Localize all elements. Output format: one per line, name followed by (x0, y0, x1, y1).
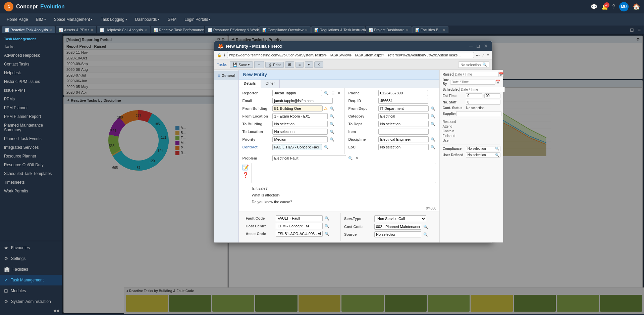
discipline-input[interactable] (378, 136, 429, 142)
compliance-select[interactable]: No selection 🔍 (466, 146, 500, 151)
sidebar-item-work-permits[interactable]: Work Permits (0, 187, 62, 195)
contract-input[interactable] (272, 144, 322, 150)
from-location-search-btn[interactable]: 🔍 (329, 114, 335, 119)
tab-reactive-analysis[interactable]: 📊 Reactive Task Analysis ✕ (2, 26, 55, 33)
cost-centre-input[interactable] (276, 223, 323, 229)
tabs-menu-icon[interactable]: ≡ (637, 27, 642, 33)
cost-code-input[interactable] (374, 224, 421, 230)
sidebar-item-issue-ppms[interactable]: Issue PPMs (0, 86, 62, 95)
nav-space[interactable]: Space Management▾ (51, 16, 96, 23)
filter-icon[interactable]: ⊟ (629, 27, 635, 33)
sidebar-item-ppms[interactable]: PPMs (0, 95, 62, 103)
url-more-icon[interactable]: ••• (476, 53, 480, 57)
sidebar-item-scheduled-templates[interactable]: Scheduled Task Templates (0, 169, 62, 178)
tab-close-8[interactable]: ✕ (443, 28, 445, 32)
sidebar-item-planned-events[interactable]: Planned Task Events (0, 134, 62, 143)
to-dept-input[interactable] (378, 121, 429, 127)
tab-reactive-perf[interactable]: 📊 Reactive Task Performance ✕ (151, 26, 204, 33)
fault-code-search-btn[interactable]: 🔍 (324, 216, 330, 221)
no-staff-input[interactable] (466, 100, 500, 105)
sidebar-system-admin[interactable]: ⚙ System Administration (0, 296, 62, 307)
scheduled-input[interactable] (460, 87, 505, 92)
req-id-input[interactable] (378, 98, 428, 104)
category-input[interactable] (378, 113, 429, 119)
tab-close-0[interactable]: ✕ (49, 28, 52, 32)
tab-compliance[interactable]: 📊 Compliance Overview ✕ (259, 26, 311, 33)
list-view-btn[interactable]: ≡ (296, 62, 304, 68)
sidebar-item-contact-tasks[interactable]: Contact Tasks (0, 60, 62, 69)
sidebar-settings[interactable]: ⚙ Settings (0, 253, 62, 264)
sidebar-item-resource-planner[interactable]: Resource Planner (0, 152, 62, 161)
fault-code-input[interactable] (276, 215, 323, 221)
tab-assets[interactable]: 📊 Assets & PPMs ✕ (56, 26, 97, 33)
source-search-btn[interactable]: 🔍 (423, 232, 429, 237)
sidebar-collapse-btn[interactable]: ◀◀ (0, 307, 62, 314)
contract-label[interactable]: Contract (242, 145, 272, 149)
contract-search-btn[interactable]: 🔍 (323, 145, 329, 150)
tab-project[interactable]: 📊 Project Dashboard ✕ (366, 26, 412, 33)
cost-code-search-btn[interactable]: 🔍 (423, 224, 429, 229)
modal-tab-other[interactable]: Other (261, 80, 280, 88)
tab-close-1[interactable]: ✕ (91, 28, 93, 32)
category-search-btn[interactable]: 🔍 (430, 114, 436, 119)
compliance-search-icon[interactable]: 🔍 (495, 147, 499, 150)
discipline-search-btn[interactable]: 🔍 (430, 137, 436, 142)
sidebar-item-integrated[interactable]: Integrated Services (0, 143, 62, 152)
menu-icon[interactable]: ≡ (487, 53, 489, 57)
loc-search-btn[interactable]: 🔍 (430, 145, 436, 150)
reporter-input[interactable] (272, 90, 322, 96)
problem-textarea[interactable] (252, 163, 436, 183)
item-input[interactable] (378, 129, 429, 135)
reporter-search-btn[interactable]: 🔍 (323, 91, 329, 96)
priority-input[interactable] (272, 136, 328, 142)
sidebar-item-helpdesk[interactable]: Helpdesk (0, 69, 62, 77)
sidebar-modules[interactable]: ⊞ Modules (0, 285, 62, 296)
view-more-btn[interactable]: ▾ (305, 61, 313, 68)
problem-input[interactable] (272, 155, 346, 161)
user-defined-select[interactable]: No selection 🔍 (466, 152, 500, 158)
reporter-list-btn[interactable]: ☰ (331, 91, 335, 96)
raised-cal-icon[interactable]: 📅 (499, 72, 504, 77)
sidebar-facilities[interactable]: 🏢 Facilities (0, 264, 62, 275)
nav-login[interactable]: Login Portals▾ (181, 16, 214, 23)
from-dept-input[interactable] (378, 105, 429, 111)
asset-code-input[interactable] (276, 231, 323, 237)
modal-tab-details[interactable]: Details (239, 80, 261, 88)
source-input[interactable] (374, 231, 421, 237)
search-icon[interactable]: 🔍 (482, 62, 487, 67)
from-dept-search-btn[interactable]: 🔍 (430, 106, 436, 111)
nav-home[interactable]: Home Page (3, 16, 31, 23)
sidebar-item-ppm-planner[interactable]: PPM Planner (0, 103, 62, 112)
tab-close-7[interactable]: ✕ (406, 28, 409, 32)
email-input[interactable] (272, 98, 333, 104)
help-icon[interactable]: ? (612, 4, 615, 10)
user-avatar[interactable]: MU (619, 2, 629, 11)
to-location-search-btn[interactable]: 🔍 (329, 129, 335, 134)
due-by-input[interactable] (450, 80, 495, 85)
supplier-input[interactable] (456, 111, 501, 116)
sidebar-item-advanced-helpdesk[interactable]: Advanced Helpdesk (0, 51, 62, 60)
sidebar-item-tasks[interactable]: Tasks (0, 42, 62, 51)
grid-view-btn[interactable]: ⊞ (285, 61, 294, 68)
from-building-search-btn[interactable]: 🔍 (329, 106, 335, 111)
est-time-mins-input[interactable] (484, 93, 500, 98)
sidebar-item-historic-ppm[interactable]: Historic PPM Issues (0, 77, 62, 86)
from-location-input[interactable] (272, 113, 328, 119)
loc-input[interactable] (378, 144, 429, 150)
sidebar-item-ppm-report[interactable]: PPM Planner Report (0, 112, 62, 121)
to-dept-search-btn[interactable]: 🔍 (430, 122, 436, 127)
due-by-cal-icon[interactable]: 📅 (495, 80, 500, 84)
sidebar-item-resource-duty[interactable]: Resource On/Off Duty (0, 161, 62, 169)
tab-resource[interactable]: 📊 Resource Efficiency & Work Load ✕ (205, 26, 259, 33)
chat-icon[interactable]: 💬 (591, 4, 597, 10)
home-icon[interactable]: 🏠 (633, 3, 640, 10)
tab-helpdesk[interactable]: 📊 Helpdesk Call Analysis ✕ (97, 26, 150, 33)
save-button[interactable]: 💾 Save ▾ (230, 61, 253, 68)
phone-input[interactable] (378, 90, 428, 96)
modal-close-btn[interactable]: ✕ (483, 43, 489, 49)
nav-task-logging[interactable]: Task Logging▾ (97, 16, 130, 23)
cost-centre-search-btn[interactable]: 🔍 (324, 224, 330, 229)
user-defined-search-icon[interactable]: 🔍 (495, 153, 499, 157)
sidebar-item-planned-maintenance[interactable]: Planned Maintenance Summary (0, 121, 62, 134)
modal-maximize-btn[interactable]: □ (476, 43, 480, 49)
